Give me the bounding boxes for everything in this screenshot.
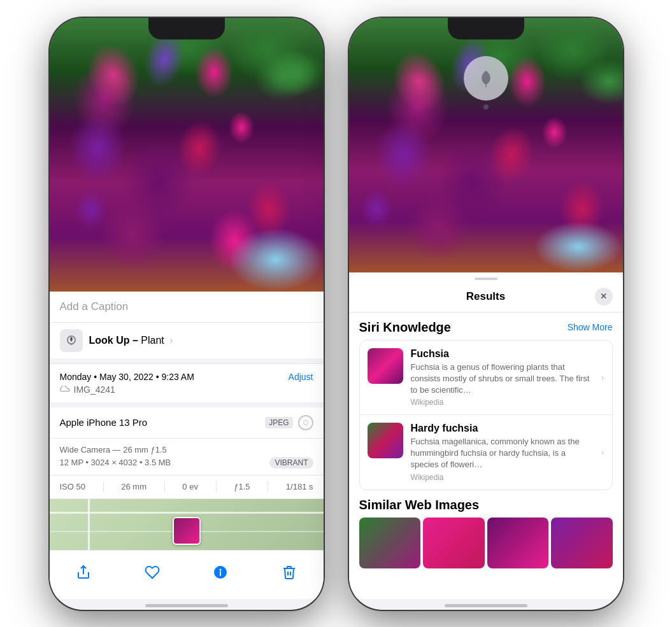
web-image-4[interactable] <box>551 518 613 568</box>
leaf-icon <box>65 334 78 347</box>
exif-row: ISO 50 26 mm 0 ev ƒ1.5 1/181 s <box>50 476 324 499</box>
camera-specs-row: 12 MP • 3024 × 4032 • 3.5 MB VIBRANT <box>60 457 313 468</box>
sky-element <box>228 228 324 292</box>
trash-icon <box>282 565 297 580</box>
siri-bubble[interactable] <box>464 56 508 101</box>
photo-area[interactable] <box>50 18 324 292</box>
siri-dot <box>483 104 489 109</box>
lookup-row[interactable]: Look Up – Plant › <box>50 322 324 358</box>
show-more-button[interactable]: Show More <box>568 322 613 332</box>
left-phone: Add a Caption Look Up – Plant › Monday •… <box>50 18 324 610</box>
results-sheet: Results ✕ Siri Knowledge Show More Fuchs… <box>349 272 623 599</box>
thumb-image <box>174 518 199 544</box>
adjust-button[interactable]: Adjust <box>289 372 313 382</box>
camera-detail-text: Wide Camera — 26 mm ƒ1.5 <box>60 445 313 454</box>
cloud-row: IMG_4241 <box>60 384 194 395</box>
trash-button[interactable] <box>275 558 303 586</box>
cloud-icon <box>60 386 70 393</box>
share-icon <box>76 565 91 580</box>
siri-knowledge-title: Siri Knowledge <box>359 320 451 335</box>
map-road <box>88 499 90 550</box>
device-badges: JPEG <box>265 415 313 430</box>
knowledge-item-fuchsia[interactable]: Fuchsia Fuchsia is a genus of flowering … <box>360 341 612 415</box>
map-photo-thumb <box>173 517 201 545</box>
fuchsia-source: Wikipedia <box>411 398 594 407</box>
camera-lens <box>303 420 308 425</box>
hardy-desc: Fuchsia magellanica, commonly known as t… <box>411 436 594 471</box>
share-button[interactable] <box>69 558 97 586</box>
exif-mm: 26 mm <box>121 482 147 491</box>
fuchsia-thumbnail <box>368 348 403 384</box>
device-section: Apple iPhone 13 Pro JPEG Wide Camera — 2… <box>50 407 324 499</box>
web-image-1[interactable] <box>359 518 421 568</box>
flower-petal <box>69 113 126 183</box>
exif-aperture: ƒ1.5 <box>234 482 250 491</box>
hardy-source: Wikipedia <box>411 473 594 482</box>
home-indicator <box>145 604 228 607</box>
camera-icon[interactable] <box>298 415 313 430</box>
device-name: Apple iPhone 13 Pro <box>60 417 148 428</box>
knowledge-item-hardy[interactable]: Hardy fuchsia Fuchsia magellanica, commo… <box>360 414 612 490</box>
sheet-handle <box>475 278 497 280</box>
knowledge-card: Fuchsia Fuchsia is a genus of flowering … <box>359 340 613 490</box>
web-images-grid <box>359 518 613 568</box>
date-text: Monday • May 30, 2022 • 9:23 AM <box>60 372 194 382</box>
heart-icon <box>145 565 160 580</box>
fuchsia-desc: Fuchsia is a genus of flowering plants t… <box>411 362 594 397</box>
jpeg-badge: JPEG <box>265 417 292 428</box>
web-image-2[interactable] <box>423 518 485 568</box>
home-indicator <box>445 604 527 607</box>
vibrant-badge: VIBRANT <box>269 457 313 468</box>
exif-divider <box>216 482 217 492</box>
sky-element <box>534 222 623 272</box>
fuchsia-thumb-image <box>368 348 403 384</box>
date-info: Monday • May 30, 2022 • 9:23 AM IMG_4241 <box>60 372 194 395</box>
hardy-thumb-image <box>368 423 403 458</box>
map-area[interactable] <box>50 499 324 550</box>
info-icon <box>213 565 228 580</box>
exif-divider <box>103 482 104 492</box>
fuchsia-content: Fuchsia Fuchsia is a genus of flowering … <box>411 348 594 407</box>
caption-area[interactable]: Add a Caption <box>50 292 324 322</box>
hardy-thumbnail <box>368 423 403 458</box>
hardy-chevron: › <box>601 447 604 457</box>
device-row: Apple iPhone 13 Pro JPEG <box>50 407 324 439</box>
lookup-icon <box>60 329 83 352</box>
heart-button[interactable] <box>138 558 166 586</box>
exif-divider <box>268 482 268 492</box>
web-images-section: Similar Web Images <box>349 490 623 574</box>
exif-divider <box>164 482 165 492</box>
right-phone: Results ✕ Siri Knowledge Show More Fuchs… <box>349 18 623 610</box>
exif-ev: 0 ev <box>182 482 198 491</box>
hardy-content: Hardy fuchsia Fuchsia magellanica, commo… <box>411 423 594 482</box>
hardy-name: Hardy fuchsia <box>411 423 594 434</box>
right-screen: Results ✕ Siri Knowledge Show More Fuchs… <box>349 18 623 610</box>
filename: IMG_4241 <box>74 384 115 395</box>
svg-point-2 <box>220 568 222 570</box>
info-section: Monday • May 30, 2022 • 9:23 AM IMG_4241… <box>50 363 324 402</box>
close-button[interactable]: ✕ <box>595 288 613 306</box>
camera-specs: 12 MP • 3024 × 4032 • 3.5 MB <box>60 458 171 467</box>
siri-knowledge-header: Siri Knowledge Show More <box>349 313 623 340</box>
sheet-title: Results <box>377 290 595 303</box>
web-image-3[interactable] <box>487 518 549 568</box>
camera-detail: Wide Camera — 26 mm ƒ1.5 12 MP • 3024 × … <box>50 439 324 476</box>
fuchsia-name: Fuchsia <box>411 348 594 360</box>
map-road <box>50 512 324 514</box>
flower-petal <box>375 120 432 190</box>
leaf-element <box>534 18 610 81</box>
exif-shutter: 1/181 s <box>286 482 313 491</box>
siri-leaf-icon <box>476 68 496 88</box>
bottom-toolbar <box>50 550 324 599</box>
left-screen: Add a Caption Look Up – Plant › Monday •… <box>50 18 324 610</box>
info-button[interactable] <box>206 558 234 586</box>
exif-iso: ISO 50 <box>60 482 85 491</box>
lookup-label[interactable]: Look Up – Plant › <box>89 335 173 346</box>
fuchsia-chevron: › <box>601 372 604 383</box>
sheet-header: Results ✕ <box>349 283 623 313</box>
web-images-title: Similar Web Images <box>359 498 613 512</box>
caption-placeholder[interactable]: Add a Caption <box>60 300 129 313</box>
photo-area-right <box>349 18 623 272</box>
date-row: Monday • May 30, 2022 • 9:23 AM IMG_4241… <box>50 363 324 402</box>
lookup-chevron: › <box>167 335 173 346</box>
